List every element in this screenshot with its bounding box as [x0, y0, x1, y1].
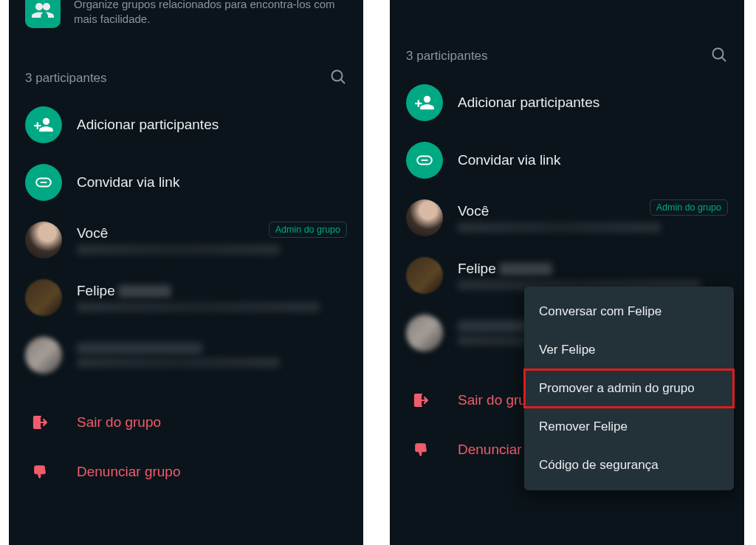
- participant-status-blurred: [77, 302, 320, 312]
- participant-name: Felipe: [458, 261, 728, 277]
- participant-name-blurred: [77, 343, 202, 354]
- participant-status-blurred: [458, 222, 661, 233]
- svg-line-1: [341, 80, 346, 84]
- add-participants-row[interactable]: Adicionar participantes: [390, 74, 744, 131]
- participants-count: 3 participantes: [25, 71, 107, 86]
- admin-badge: Admin do grupo: [650, 199, 728, 216]
- thumbs-down-icon: [30, 464, 50, 480]
- participant-name: Felipe: [77, 283, 347, 299]
- participants-count: 3 participantes: [406, 49, 488, 64]
- participants-header-row: 3 participantes: [390, 35, 744, 74]
- community-banner-text: Organize grupos relacionados para encont…: [74, 0, 347, 27]
- avatar: [25, 337, 62, 374]
- invite-link-row[interactable]: Convidar via link: [9, 154, 363, 211]
- screenshot-right: 3 participantes Adicionar participantes …: [390, 0, 744, 545]
- search-icon[interactable]: [710, 46, 728, 66]
- invite-link-label: Convidar via link: [77, 174, 347, 191]
- menu-item-promote-admin[interactable]: Promover a admin do grupo: [524, 369, 734, 408]
- add-person-icon: [25, 106, 62, 143]
- invite-link-label: Convidar via link: [458, 152, 728, 168]
- community-icon: [25, 0, 61, 28]
- leave-group-label: Sair do gru: [458, 392, 526, 408]
- participant-row-you[interactable]: Você Admin do grupo: [9, 211, 363, 269]
- participant-row-you[interactable]: Você Admin do grupo: [390, 189, 744, 247]
- thumbs-down-icon: [410, 442, 431, 458]
- avatar: [406, 199, 443, 236]
- menu-item-message[interactable]: Conversar com Felipe: [524, 292, 734, 331]
- leave-group-label: Sair do grupo: [77, 414, 161, 431]
- report-group-row[interactable]: Denunciar grupo: [9, 448, 363, 496]
- leave-group-row[interactable]: Sair do grupo: [9, 397, 363, 448]
- report-group-label: Denunciar grupo: [77, 464, 180, 480]
- add-person-icon: [406, 84, 443, 121]
- add-participants-label: Adicionar participantes: [77, 117, 347, 133]
- blurred-surname: [118, 285, 171, 298]
- participant-row-felipe[interactable]: Felipe: [9, 269, 363, 326]
- participant-status-blurred: [77, 244, 280, 255]
- screenshot-left: Organize grupos relacionados para encont…: [9, 0, 363, 545]
- add-participants-label: Adicionar participantes: [458, 95, 728, 111]
- search-icon[interactable]: [329, 68, 347, 89]
- menu-item-security-code[interactable]: Código de segurança: [524, 446, 734, 484]
- blurred-surname: [499, 263, 552, 275]
- avatar: [25, 222, 62, 258]
- participant-status-blurred: [77, 357, 280, 368]
- svg-point-2: [713, 49, 724, 59]
- exit-icon: [30, 414, 50, 431]
- avatar: [25, 279, 62, 316]
- add-participants-row[interactable]: Adicionar participantes: [9, 96, 363, 154]
- admin-badge: Admin do grupo: [269, 222, 347, 238]
- participants-header-row: 3 participantes: [9, 49, 363, 96]
- participant-context-menu: Conversar com Felipe Ver Felipe Promover…: [524, 287, 734, 490]
- participant-row-3[interactable]: [9, 326, 363, 384]
- community-banner[interactable]: Organize grupos relacionados para encont…: [9, 0, 363, 49]
- exit-icon: [410, 391, 431, 409]
- menu-item-remove[interactable]: Remover Felipe: [524, 408, 734, 446]
- avatar: [406, 315, 443, 352]
- link-icon: [25, 164, 62, 201]
- svg-point-0: [332, 71, 343, 81]
- link-icon: [406, 142, 443, 179]
- report-group-label: Denunciar g: [458, 442, 533, 458]
- invite-link-row[interactable]: Convidar via link: [390, 131, 744, 189]
- svg-line-3: [722, 58, 726, 62]
- menu-item-view[interactable]: Ver Felipe: [524, 331, 734, 369]
- avatar: [406, 257, 443, 294]
